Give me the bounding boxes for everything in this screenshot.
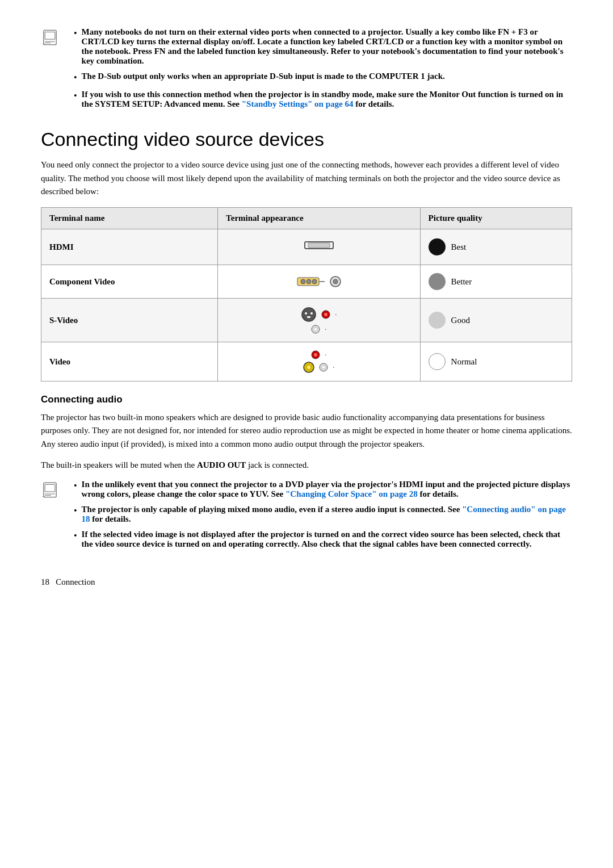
svg-rect-1	[45, 32, 55, 39]
page-section: Connection	[56, 577, 95, 586]
quality-label-best: Best	[451, 242, 467, 252]
footer-bullet-2: The projector is only capable of playing…	[67, 505, 572, 524]
quality-circle-better	[429, 273, 446, 290]
svg-rect-28	[45, 485, 55, 492]
footer-bullet-1: In the unlikely event that you connect t…	[67, 480, 572, 499]
terminal-table: Terminal name Terminal appearance Pictur…	[41, 207, 572, 381]
page-footer: 18 Connection	[41, 577, 572, 587]
standby-settings-link[interactable]: "Standby Settings" on page 64	[242, 99, 354, 108]
note-bullet-3: If you wish to use this connection metho…	[67, 90, 572, 109]
svg-rect-5	[308, 243, 330, 248]
svideo-connectors: · ·	[226, 307, 412, 334]
quality-label-better: Better	[451, 277, 472, 287]
svideo-connector-icon	[301, 307, 317, 322]
section-intro: You need only connect the projector to a…	[41, 158, 572, 198]
terminal-name-video: Video	[49, 357, 70, 366]
appearance-hdmi	[218, 229, 421, 265]
color-space-link[interactable]: "Changing Color Space" on page 28	[285, 489, 418, 498]
appearance-video: · ·	[218, 342, 421, 381]
quality-circle-best	[429, 238, 446, 255]
svg-point-7	[301, 279, 305, 284]
table-row-video: Video ·	[41, 342, 572, 381]
terminal-name-hdmi: HDMI	[49, 242, 74, 251]
video-rca-yellow-icon	[303, 362, 314, 373]
video-rca-white2-icon	[319, 363, 328, 372]
component-connectors	[226, 274, 412, 289]
col-header-quality: Picture quality	[420, 208, 572, 229]
connecting-audio-para2: The built-in speakers will be muted when…	[41, 459, 572, 472]
quality-video: Normal	[420, 342, 572, 381]
component-circle-icon	[329, 275, 342, 288]
svg-rect-16	[307, 316, 310, 318]
audio-out-bold: AUDIO OUT	[197, 460, 246, 469]
connecting-audio-para1: The projector has two built-in mono spea…	[41, 411, 572, 451]
appearance-component	[218, 265, 421, 299]
quality-circle-normal	[429, 353, 446, 370]
video-rca-red-icon	[311, 350, 320, 359]
svg-point-8	[306, 279, 311, 284]
audio-para2-prefix: The built-in speakers will be muted when…	[41, 460, 197, 469]
terminal-name-svideo: S-Video	[49, 316, 78, 325]
svg-point-24	[306, 365, 311, 370]
quality-label-normal: Normal	[451, 357, 477, 367]
connecting-audio-section: Connecting audio The projector has two b…	[41, 394, 572, 472]
svg-point-20	[314, 328, 317, 331]
svg-point-15	[310, 312, 313, 315]
note-bullets-1: Many notebooks do not turn on their exte…	[67, 27, 572, 115]
appearance-svideo: · ·	[218, 299, 421, 342]
connecting-audio-heading: Connecting audio	[41, 394, 572, 405]
svg-point-12	[333, 279, 338, 284]
svg-rect-27	[44, 483, 56, 497]
footer-bullet-3: If the selected video image is not displ…	[67, 530, 572, 549]
video-connectors: · ·	[226, 350, 412, 373]
svg-point-9	[312, 279, 317, 284]
component-strip-icon	[296, 274, 326, 289]
svideo-rca-white-icon	[311, 325, 320, 334]
quality-hdmi: Best	[420, 229, 572, 265]
quality-label-good: Good	[451, 316, 470, 325]
svg-rect-0	[44, 30, 56, 45]
quality-svideo: Good	[420, 299, 572, 342]
section-title: Connecting video source devices	[41, 128, 572, 150]
note-bullet-1: Many notebooks do not turn on their exte…	[67, 27, 572, 66]
note-icon-1	[41, 28, 62, 49]
quality-circle-good	[429, 312, 446, 329]
col-header-terminal: Terminal name	[41, 208, 218, 229]
svg-point-22	[314, 353, 317, 357]
note-block-1: Many notebooks do not turn on their exte…	[41, 27, 572, 115]
terminal-name-component: Component Video	[49, 277, 115, 286]
svideo-rca-red-icon	[321, 310, 330, 319]
quality-component: Better	[420, 265, 572, 299]
table-row-hdmi: HDMI Best	[41, 229, 572, 265]
svg-point-13	[302, 308, 316, 321]
svg-point-18	[324, 313, 328, 316]
audio-para2-suffix: jack is connected.	[246, 460, 309, 469]
table-row-component: Component Video	[41, 265, 572, 299]
page-number: 18	[41, 577, 49, 586]
hdmi-connector-icon	[304, 237, 334, 253]
svg-point-14	[305, 312, 307, 315]
svg-point-26	[322, 366, 325, 369]
note-bullet-2: The D-Sub output only works when an appr…	[67, 72, 572, 84]
footer-note-block: In the unlikely event that you connect t…	[41, 480, 572, 555]
col-header-appearance: Terminal appearance	[218, 208, 421, 229]
footer-note-icon	[41, 481, 62, 501]
table-row-svideo: S-Video	[41, 299, 572, 342]
footer-note-bullets: In the unlikely event that you connect t…	[67, 480, 572, 555]
